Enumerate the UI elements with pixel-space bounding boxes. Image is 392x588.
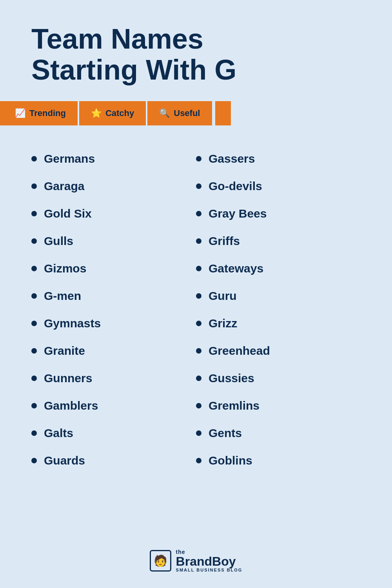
- item-label: Galts: [44, 426, 73, 440]
- item-label: Guards: [44, 454, 85, 467]
- list-item: Grizz: [196, 310, 361, 337]
- item-label: Gents: [209, 426, 242, 440]
- content-area: Germans Garaga Gold Six Gulls Gizmos G-m…: [0, 137, 392, 537]
- item-label: Gateways: [209, 262, 263, 275]
- list-item: Germans: [31, 145, 196, 172]
- list-item: Gray Bees: [196, 200, 361, 227]
- logo-text: the BrandBoy SMALL BUSINESS BLOG: [176, 549, 243, 572]
- list-item: Gulls: [31, 227, 196, 255]
- list-item: Guru: [196, 282, 361, 310]
- right-column: Gassers Go-devils Gray Bees Griffs Gatew…: [196, 145, 361, 521]
- bullet-icon: [31, 430, 37, 436]
- list-item: Galts: [31, 419, 196, 447]
- tab-useful-label: Useful: [174, 108, 200, 118]
- list-item: Greenhead: [196, 337, 361, 365]
- list-item: G-men: [31, 282, 196, 310]
- list-item: Garaga: [31, 172, 196, 200]
- bullet-icon: [31, 458, 37, 463]
- list-item: Gymnasts: [31, 310, 196, 337]
- brand-logo: 🧑 the BrandBoy SMALL BUSINESS BLOG: [150, 549, 243, 572]
- bullet-icon: [31, 156, 37, 162]
- item-label: Gassers: [209, 152, 255, 165]
- bullet-icon: [31, 376, 37, 381]
- list-item: Gold Six: [31, 200, 196, 227]
- bullet-icon: [196, 376, 201, 381]
- bullet-icon: [31, 293, 37, 299]
- item-label: Gamblers: [44, 399, 98, 412]
- list-item: Guards: [31, 447, 196, 474]
- list-item: Goblins: [196, 447, 361, 474]
- bullet-icon: [31, 211, 37, 216]
- tab-trending[interactable]: 📈 Trending: [3, 101, 78, 125]
- bullet-icon: [31, 238, 37, 244]
- bullet-icon: [196, 238, 201, 244]
- item-label: Garaga: [44, 180, 84, 193]
- bullet-icon: [31, 321, 37, 326]
- bullet-icon: [196, 266, 201, 271]
- item-label: Gussies: [209, 372, 254, 385]
- tabs-bar: 📈 Trending ⭐ Catchy 🔍 Useful: [0, 101, 392, 125]
- item-label: Griffs: [209, 234, 240, 248]
- logo-sub: SMALL BUSINESS BLOG: [176, 568, 243, 572]
- item-label: Guru: [209, 289, 237, 303]
- bullet-icon: [196, 293, 201, 299]
- list-item: Granite: [31, 337, 196, 365]
- item-label: Gremlins: [209, 399, 260, 412]
- bullet-icon: [196, 430, 201, 436]
- useful-icon: 🔍: [159, 108, 170, 118]
- footer: 🧑 the BrandBoy SMALL BUSINESS BLOG: [0, 537, 392, 588]
- list-item: Gussies: [196, 365, 361, 392]
- bullet-icon: [196, 321, 201, 326]
- bullet-icon: [31, 403, 37, 408]
- page-title: Team Names Starting With G: [31, 24, 361, 85]
- list-item: Gents: [196, 419, 361, 447]
- bullet-icon: [196, 403, 201, 408]
- bullet-icon: [31, 183, 37, 189]
- item-label: Gizmos: [44, 262, 86, 275]
- list-item: Gateways: [196, 255, 361, 282]
- item-label: Gulls: [44, 234, 73, 248]
- bullet-icon: [196, 156, 201, 162]
- tab-catchy-label: Catchy: [105, 108, 134, 118]
- bullet-icon: [31, 266, 37, 271]
- bullet-icon: [196, 348, 201, 354]
- item-label: Germans: [44, 152, 95, 165]
- page-wrapper: Team Names Starting With G 📈 Trending ⭐ …: [0, 0, 392, 588]
- trending-icon: 📈: [15, 108, 25, 118]
- bullet-icon: [196, 211, 201, 216]
- tab-useful[interactable]: 🔍 Useful: [147, 101, 212, 125]
- list-item: Gunners: [31, 365, 196, 392]
- item-label: Goblins: [209, 454, 252, 467]
- bullet-icon: [196, 183, 201, 189]
- item-label: Grizz: [209, 317, 237, 330]
- logo-brand: BrandBoy: [176, 555, 236, 568]
- item-label: Greenhead: [209, 344, 270, 358]
- item-label: Granite: [44, 344, 85, 358]
- item-label: Gold Six: [44, 207, 92, 220]
- list-item: Go-devils: [196, 172, 361, 200]
- item-label: Gray Bees: [209, 207, 267, 220]
- bullet-icon: [196, 458, 201, 463]
- logo-icon: 🧑: [150, 550, 171, 572]
- item-label: G-men: [44, 289, 81, 303]
- tab-extra-block: [215, 101, 231, 125]
- header: Team Names Starting With G: [0, 0, 392, 97]
- list-item: Gremlins: [196, 392, 361, 419]
- list-item: Griffs: [196, 227, 361, 255]
- item-label: Go-devils: [209, 180, 262, 193]
- tab-trending-label: Trending: [29, 108, 66, 118]
- item-label: Gunners: [44, 372, 92, 385]
- left-column: Germans Garaga Gold Six Gulls Gizmos G-m…: [31, 145, 196, 521]
- bullet-icon: [31, 348, 37, 354]
- list-item: Gassers: [196, 145, 361, 172]
- tab-catchy[interactable]: ⭐ Catchy: [79, 101, 146, 125]
- list-item: Gizmos: [31, 255, 196, 282]
- list-item: Gamblers: [31, 392, 196, 419]
- catchy-icon: ⭐: [91, 108, 102, 118]
- item-label: Gymnasts: [44, 317, 101, 330]
